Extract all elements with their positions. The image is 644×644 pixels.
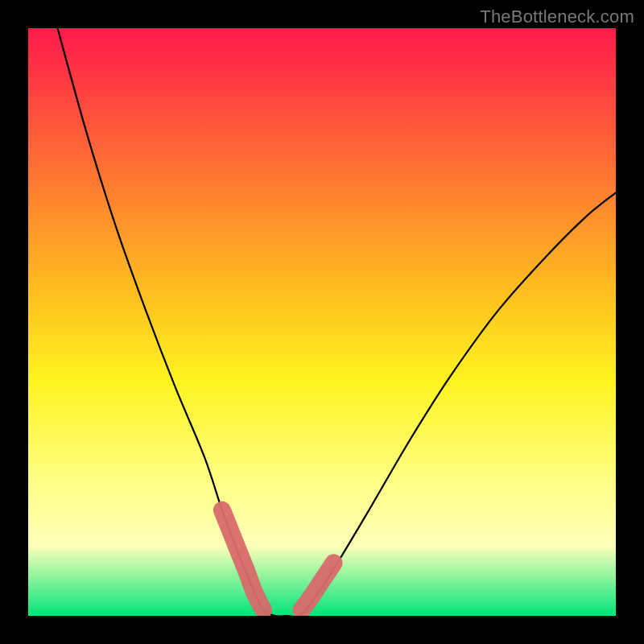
chart-frame: TheBottleneck.com: [0, 0, 644, 644]
plot-area: [28, 28, 616, 616]
watermark-text: TheBottleneck.com: [480, 6, 634, 27]
chart-svg: [28, 28, 616, 616]
gradient-background: [28, 28, 616, 616]
